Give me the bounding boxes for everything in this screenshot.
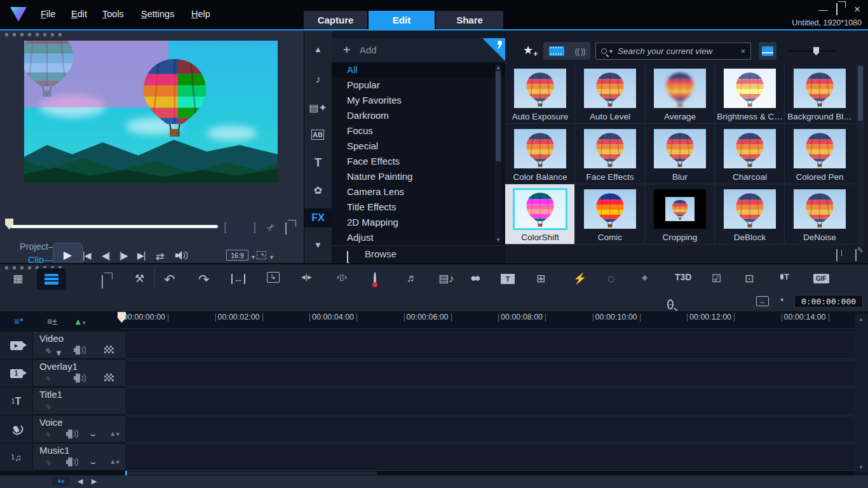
- scroll-down-arrow-icon[interactable]: ▼: [858, 464, 864, 470]
- filter-auto-level[interactable]: Auto Level: [575, 64, 645, 124]
- scroll-down-arrow-icon[interactable]: ▼: [495, 237, 501, 243]
- track-header-music1[interactable]: 1♫ Music1 ∞ ⌣ ▲▾: [0, 444, 125, 471]
- selection-caret-icon[interactable]: ▼: [269, 254, 275, 261]
- timeline-horizontal-scrollbar[interactable]: [0, 471, 855, 475]
- filter-blur[interactable]: Blur: [645, 124, 715, 184]
- pan-zoom-icon[interactable]: ⌖: [642, 272, 648, 285]
- ab-transition-tab-icon[interactable]: AB: [311, 130, 324, 140]
- scroll-right-icon[interactable]: ▶: [92, 477, 97, 485]
- previous-frame-button[interactable]: ◀|: [102, 250, 109, 261]
- category-focus[interactable]: Focus: [332, 123, 505, 139]
- link-icon[interactable]: ∞: [43, 401, 54, 412]
- 3d-title-editor-icon[interactable]: T3D: [675, 272, 691, 282]
- search-scope-caret-icon[interactable]: ▼: [608, 48, 614, 55]
- ripple-editing-icon[interactable]: ↳: [267, 272, 280, 283]
- category-title-effects[interactable]: Title Effects: [332, 200, 505, 215]
- video-track-lane[interactable]: [125, 332, 855, 359]
- transition-tab-icon[interactable]: ▤✦: [304, 102, 332, 114]
- mute-track-icon[interactable]: [74, 346, 85, 355]
- audio-filters-toggle-icon[interactable]: (( )): [575, 46, 585, 56]
- filter-brightness-contrast[interactable]: Brightness & C…: [715, 64, 785, 124]
- mute-track-icon[interactable]: [74, 374, 85, 383]
- timeline-vertical-scrollbar[interactable]: ▲ ▼: [855, 314, 868, 473]
- browse-row[interactable]: Browse: [332, 245, 505, 263]
- repeat-button[interactable]: ⇄: [156, 250, 164, 262]
- category-my-favorites[interactable]: My Favorites: [332, 93, 505, 108]
- restore-button[interactable]: [836, 5, 837, 14]
- split-clip-icon[interactable]: ◂|▸: [301, 272, 311, 281]
- filter-charcoal[interactable]: Charcoal: [715, 124, 785, 184]
- duck-audio-icon[interactable]: ⌣: [90, 458, 96, 468]
- enlarge-preview-icon[interactable]: [285, 222, 287, 234]
- filter-average[interactable]: Average: [645, 64, 715, 124]
- scroll-down-icon[interactable]: ▼: [304, 240, 332, 250]
- tab-edit[interactable]: Edit: [369, 11, 435, 29]
- link-icon[interactable]: ∞: [43, 457, 54, 468]
- scroll-up-icon[interactable]: ▲: [304, 44, 332, 54]
- filter-deblock[interactable]: DeBlock: [715, 184, 785, 245]
- category-camera-lens[interactable]: Camera Lens: [332, 184, 505, 200]
- zoom-out-icon[interactable]: −: [667, 299, 674, 309]
- scrollbar-thumb[interactable]: [858, 66, 863, 121]
- gallery-scrollbar[interactable]: [857, 65, 864, 247]
- mode-project[interactable]: Project—: [20, 241, 58, 252]
- filter-colored-pen[interactable]: Colored Pen: [785, 124, 855, 184]
- overlay-track-lane[interactable]: [125, 360, 855, 387]
- scroll-to-playhead-button[interactable]: +≡: [52, 477, 70, 486]
- timeline-timecode[interactable]: 0:00:00:000: [794, 295, 863, 308]
- volume-button[interactable]: [175, 251, 187, 260]
- fit-project-in-timeline-icon[interactable]: ↔: [231, 274, 245, 284]
- aspect-caret-icon[interactable]: ▼: [250, 254, 256, 261]
- link-caret-icon[interactable]: ▼: [55, 348, 63, 358]
- search-input[interactable]: Search your current view: [614, 46, 735, 56]
- next-frame-button[interactable]: |▶: [119, 250, 127, 261]
- batch-convert-icon[interactable]: [102, 275, 103, 288]
- category-2d-mapping[interactable]: 2D Mapping: [332, 215, 505, 230]
- ripple-all-tracks-icon[interactable]: ▲▾: [74, 316, 85, 327]
- menu-tools[interactable]: Tools: [102, 9, 124, 19]
- go-to-end-button[interactable]: ▶|: [137, 250, 145, 261]
- fit-timeline-to-window-icon[interactable]: ↔: [756, 296, 769, 306]
- auto-music-icon[interactable]: ▤♪: [438, 272, 454, 285]
- track-height-icon[interactable]: ▲▾: [109, 430, 119, 437]
- link-icon[interactable]: ∞: [43, 345, 54, 356]
- filter-color-balance[interactable]: Color Balance: [505, 124, 575, 184]
- add-icon[interactable]: +: [343, 43, 350, 57]
- video-filters-toggle-icon[interactable]: [549, 46, 564, 56]
- speech-to-text-icon[interactable]: T: [780, 272, 789, 281]
- scrollbar-thumb[interactable]: [496, 71, 501, 161]
- multicam-editor-icon[interactable]: ⊡: [745, 272, 754, 285]
- tab-share[interactable]: Share: [436, 11, 503, 29]
- menu-settings[interactable]: Settings: [141, 9, 174, 19]
- filter-auto-exposure[interactable]: Auto Exposure: [505, 64, 575, 124]
- search-clear-icon[interactable]: ×: [735, 46, 750, 56]
- subtitle-editor-icon[interactable]: T: [501, 274, 515, 284]
- duck-audio-icon[interactable]: ⌣: [90, 430, 96, 440]
- filter-fx-tab-icon[interactable]: FX: [304, 208, 332, 227]
- aspect-ratio-button[interactable]: 16:9: [226, 250, 248, 261]
- track-header-voice[interactable]: Voice ∞ ⌣ ▲▾: [0, 416, 125, 443]
- split-screen-template-icon[interactable]: ⊞: [536, 272, 545, 285]
- track-header-video[interactable]: ▸ Video ∞ ▼: [0, 332, 125, 359]
- filter-comic[interactable]: Comic: [575, 184, 645, 245]
- category-special[interactable]: Special: [332, 139, 505, 154]
- menu-help[interactable]: Help: [191, 9, 210, 19]
- compare-view-icon[interactable]: [836, 249, 837, 261]
- category-scrollbar[interactable]: ▲ ▼: [495, 65, 501, 243]
- title-tab-icon[interactable]: T: [304, 156, 332, 170]
- track-header-title1[interactable]: 1T Title1 ∞: [0, 388, 125, 415]
- filter-face-effects[interactable]: Face Effects: [575, 124, 645, 184]
- graphics-tab-icon[interactable]: ✿: [304, 184, 332, 196]
- category-all[interactable]: All: [332, 62, 505, 78]
- close-button[interactable]: ×: [854, 5, 860, 14]
- storyboard-view-icon[interactable]: ▦: [13, 272, 23, 285]
- search-box[interactable]: ▼ Search your current view ×: [595, 43, 751, 60]
- mark-in-button[interactable]: [: [224, 220, 227, 234]
- list-view-button[interactable]: [759, 42, 776, 60]
- go-to-start-button[interactable]: |◀: [83, 250, 90, 261]
- filter-cropping[interactable]: Cropping: [645, 184, 715, 245]
- minimize-button[interactable]: —: [818, 5, 828, 14]
- split-clip-scissors-icon[interactable]: ✂: [264, 220, 278, 234]
- gif-creator-icon[interactable]: GIF: [813, 274, 829, 283]
- title-track-lane[interactable]: [125, 388, 855, 415]
